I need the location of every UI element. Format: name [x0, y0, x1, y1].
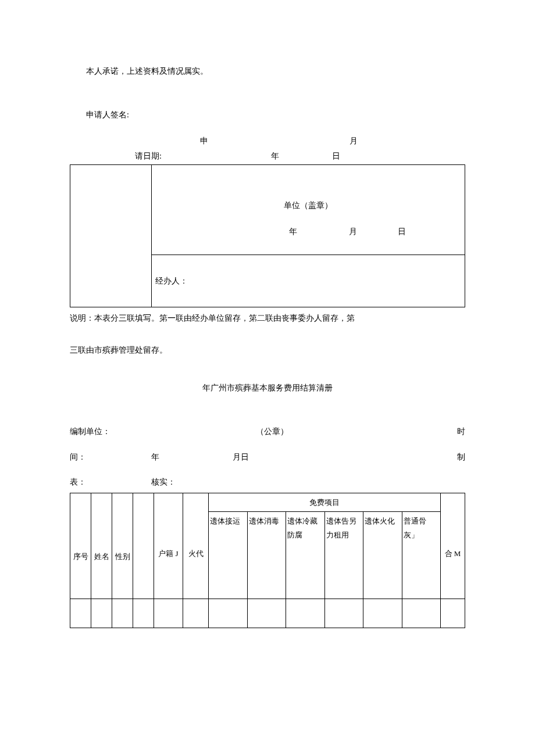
prep-right-char: 制	[442, 450, 465, 464]
stamp-year: 年	[208, 224, 301, 239]
th-sex: 性别	[112, 493, 133, 599]
note-line-1: 说明：本表分三联填写。第一联由经办单位留存，第二联由丧事委办人留存，第	[70, 311, 465, 325]
stamp-day: 日	[363, 224, 409, 239]
th-huodai: 火代	[183, 493, 209, 599]
stamp-table: 单位（盖章） 年 月 日 经办人：	[70, 164, 465, 307]
table-row	[70, 599, 465, 628]
applicant-signature-label: 申请人签名:	[70, 108, 465, 122]
cell[interactable]	[247, 599, 286, 628]
th-c4: 遗体告另力租用	[324, 512, 363, 599]
cell[interactable]	[154, 599, 183, 628]
th-seq: 序号	[70, 493, 91, 599]
cell[interactable]	[112, 599, 133, 628]
cell[interactable]	[441, 599, 465, 628]
cell[interactable]	[133, 599, 154, 628]
meta-year: 年	[151, 450, 233, 464]
th-empty	[133, 493, 154, 599]
meta-row-2: 间： 年 月日 制	[70, 450, 465, 464]
verify-label: 核实：	[151, 475, 465, 489]
handler-cell: 经办人：	[152, 255, 465, 307]
cell[interactable]	[70, 599, 91, 628]
declaration-text: 本人承诺，上述资料及情况属实。	[70, 64, 465, 78]
apply-date-year: 年	[190, 149, 283, 163]
cell[interactable]	[363, 599, 402, 628]
meta-month-day: 月日	[233, 450, 442, 464]
th-huji: 户籍 J	[154, 493, 183, 599]
cell[interactable]	[209, 599, 248, 628]
note-line-2: 三联由市殡葬管理处留存。	[70, 343, 465, 357]
th-c2: 遗体消毒	[247, 512, 286, 599]
seal-label: （公章）	[256, 424, 442, 439]
stamp-cell: 单位（盖章） 年 月 日	[152, 164, 465, 255]
th-c1: 遗体接运	[209, 512, 248, 599]
cell[interactable]	[324, 599, 363, 628]
meta-row-3: 表： 核实：	[70, 475, 465, 489]
handler-label: 经办人：	[155, 277, 188, 285]
th-c3: 遗体冷藏防腐	[286, 512, 325, 599]
apply-date-month-day: 月日	[284, 134, 343, 163]
apply-date-label: 申请日期:	[135, 134, 187, 163]
th-c5: 遗体火化	[363, 512, 402, 599]
cell[interactable]	[286, 599, 325, 628]
th-name: 姓名	[91, 493, 112, 599]
settlement-table: 序号 姓名 性别 户籍 J 火代 免费项目 合 M 遗体接运 遗体消毒 遗体冷藏…	[70, 493, 465, 628]
th-c6: 普通骨灰」	[402, 512, 441, 599]
prep-unit-label: 编制单位：	[70, 424, 256, 439]
cell[interactable]	[91, 599, 112, 628]
cell[interactable]	[183, 599, 209, 628]
register-title: 年广州市殡葬基本服务费用结算清册	[70, 381, 465, 395]
stamp-left-cell	[70, 164, 152, 307]
stamp-month: 月	[302, 224, 361, 239]
table-label: 表：	[70, 475, 151, 489]
cell[interactable]	[402, 599, 441, 628]
stamp-date-row: 年 月 日	[152, 224, 465, 239]
time-right-char: 时	[442, 424, 465, 439]
meta-row-1: 编制单位： （公章） 时	[70, 424, 465, 439]
th-total: 合 M	[441, 493, 465, 599]
time-left-label: 间：	[70, 450, 151, 464]
unit-seal-label: 单位（盖章）	[152, 198, 465, 213]
th-free-items: 免费项目	[209, 493, 441, 511]
apply-date-row: 申请日期: 年 月日	[70, 134, 465, 163]
